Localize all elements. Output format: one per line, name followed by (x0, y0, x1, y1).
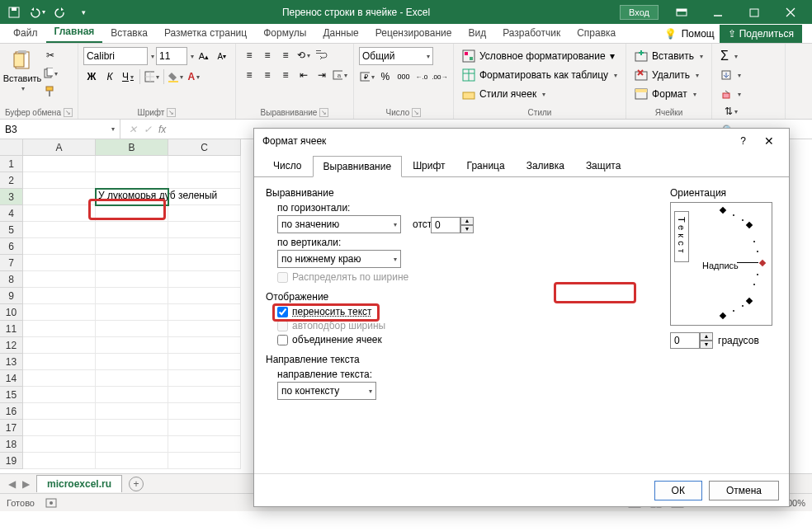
cell[interactable] (96, 271, 168, 288)
cell[interactable] (23, 222, 96, 238)
row-header[interactable]: 17 (0, 420, 23, 436)
tab-formulas[interactable]: Формулы (255, 25, 314, 43)
macro-record-icon[interactable] (43, 496, 59, 510)
cell[interactable] (168, 354, 241, 370)
alignment-launcher-icon[interactable]: ↘ (319, 108, 328, 117)
cell[interactable] (96, 354, 168, 370)
cell[interactable] (23, 337, 96, 354)
confirm-edit-icon[interactable]: ✓ (144, 124, 152, 135)
row-header[interactable]: 7 (0, 255, 23, 271)
cell[interactable] (168, 288, 241, 304)
tellme-label[interactable]: Помощ (682, 28, 715, 40)
sheet-nav-prev-icon[interactable]: ◀ (8, 478, 16, 490)
add-sheet-button[interactable]: + (129, 477, 144, 491)
ribbon-options-icon[interactable] (665, 3, 698, 21)
percent-icon[interactable]: % (377, 68, 394, 85)
cell[interactable] (168, 172, 241, 189)
cell[interactable] (168, 205, 241, 222)
format-cells-button[interactable]: Формат▾ (631, 85, 706, 103)
row-header[interactable]: 15 (0, 387, 23, 403)
tab-developer[interactable]: Разработчик (494, 25, 569, 43)
fx-icon[interactable]: fx (158, 124, 166, 135)
cell[interactable] (168, 337, 241, 354)
row-header[interactable]: 12 (0, 337, 23, 354)
insert-cells-button[interactable]: Вставить▾ (631, 47, 706, 65)
dlg-tab-font[interactable]: Шрифт (402, 155, 456, 176)
dlg-tab-protect[interactable]: Защита (575, 155, 632, 176)
cell[interactable] (23, 288, 96, 304)
cell[interactable] (23, 321, 96, 337)
cell[interactable] (96, 453, 168, 469)
align-right-icon[interactable]: ≡ (277, 67, 294, 83)
row-header[interactable]: 8 (0, 271, 23, 288)
cell[interactable] (96, 387, 168, 403)
font-launcher-icon[interactable]: ↘ (167, 108, 176, 117)
fill-color-icon[interactable]: ▾ (168, 68, 184, 85)
cell[interactable] (23, 255, 96, 271)
cell[interactable] (168, 436, 241, 453)
row-header[interactable]: 14 (0, 370, 23, 387)
cell[interactable] (168, 222, 241, 238)
col-header[interactable]: C (168, 139, 241, 156)
borders-icon[interactable]: ▾ (144, 68, 160, 85)
cell[interactable] (23, 156, 96, 172)
wrap-text-checkbox[interactable]: переносить текст (277, 306, 654, 317)
cell[interactable] (96, 321, 168, 337)
align-center-icon[interactable]: ≡ (259, 67, 276, 83)
redo-icon[interactable] (51, 3, 69, 21)
cell[interactable] (23, 436, 96, 453)
cell[interactable] (168, 453, 241, 469)
dlg-tab-fill[interactable]: Заливка (516, 155, 575, 176)
conditional-formatting-button[interactable]: Условное форматирование▾ (459, 47, 621, 65)
qat-customize-icon[interactable]: ▾ (74, 3, 92, 21)
ok-button[interactable]: ОК (654, 481, 702, 500)
row-header[interactable]: 6 (0, 238, 23, 255)
font-name-select[interactable] (83, 47, 148, 65)
col-header[interactable]: A (23, 139, 96, 156)
cell[interactable] (96, 370, 168, 387)
row-header[interactable]: 2 (0, 172, 23, 189)
align-middle-icon[interactable]: ≡ (259, 47, 276, 63)
vertical-select[interactable]: по нижнему краю▾ (277, 250, 401, 268)
row-header[interactable]: 13 (0, 354, 23, 370)
increase-indent-icon[interactable]: ⇥ (314, 67, 330, 83)
format-painter-icon[interactable] (42, 83, 59, 100)
italic-button[interactable]: К (102, 68, 118, 85)
tab-review[interactable]: Рецензирование (367, 25, 460, 43)
horizontal-select[interactable]: по значению▾ (277, 215, 401, 233)
cell[interactable] (96, 238, 168, 255)
tab-page-layout[interactable]: Разметка страниц (156, 25, 255, 43)
cell[interactable] (96, 222, 168, 238)
tellme-icon[interactable]: 💡 (664, 28, 677, 40)
cell[interactable] (96, 304, 168, 321)
bold-button[interactable]: Ж (83, 68, 100, 85)
cell[interactable] (168, 271, 241, 288)
cell[interactable] (23, 271, 96, 288)
row-header[interactable]: 18 (0, 436, 23, 453)
cancel-button[interactable]: Отмена (709, 481, 779, 500)
clear-button[interactable]: ▾ (717, 85, 780, 103)
orientation-icon[interactable]: ⟲▾ (295, 47, 312, 63)
font-size-select[interactable] (156, 47, 187, 65)
autosum-button[interactable]: Σ▾ (717, 47, 780, 65)
cell-styles-button[interactable]: Стили ячеек▾ (459, 85, 621, 103)
cell[interactable] (168, 403, 241, 420)
cell[interactable] (23, 205, 96, 222)
select-all-corner[interactable] (0, 139, 23, 156)
save-icon[interactable] (5, 3, 23, 21)
sheet-nav-next-icon[interactable]: ▶ (22, 478, 30, 490)
align-top-icon[interactable]: ≡ (241, 47, 257, 63)
row-header[interactable]: 10 (0, 304, 23, 321)
decrease-decimal-icon[interactable]: .00→ (432, 68, 448, 85)
cell[interactable] (23, 420, 96, 436)
cell[interactable] (23, 238, 96, 255)
cancel-edit-icon[interactable]: ✕ (129, 124, 137, 135)
cell[interactable] (96, 436, 168, 453)
increase-font-icon[interactable]: A▴ (196, 48, 212, 64)
comma-style-icon[interactable]: 000 (395, 68, 412, 85)
cell[interactable] (23, 189, 96, 205)
accounting-format-icon[interactable]: ₽▾ (359, 68, 375, 85)
cell[interactable] (168, 255, 241, 271)
degrees-spinner[interactable]: ▲▼ (670, 332, 713, 349)
cell[interactable] (168, 304, 241, 321)
